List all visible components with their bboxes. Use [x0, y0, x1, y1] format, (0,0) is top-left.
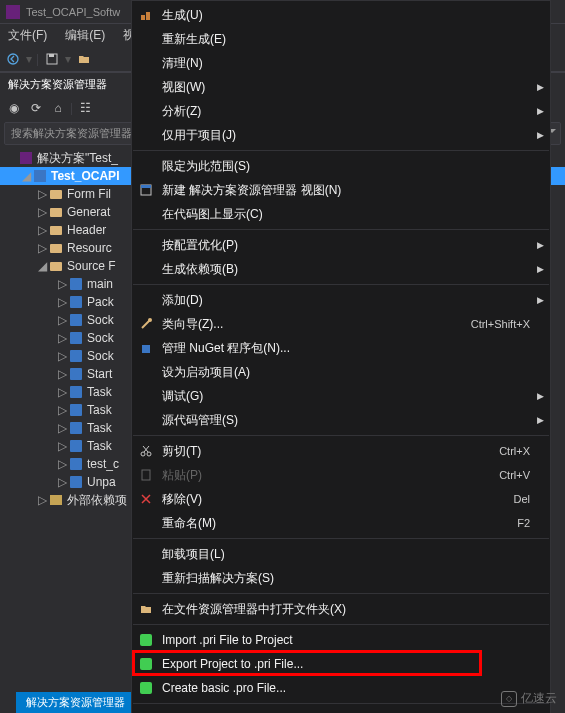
menu-item[interactable]: 生成(U) — [132, 3, 550, 27]
tree-label: Resourc — [67, 241, 112, 255]
expand-icon[interactable]: ▷ — [36, 493, 48, 507]
cpp-icon — [68, 295, 84, 309]
menu-item[interactable]: 类向导(Z)...Ctrl+Shift+X — [132, 312, 550, 336]
menu-item[interactable]: 分析(Z)▶ — [132, 99, 550, 123]
expand-icon[interactable]: ◢ — [20, 169, 32, 183]
window-title: Test_OCAPI_Softw — [26, 6, 120, 18]
svg-point-10 — [147, 452, 151, 456]
tree-label: Test_OCAPI — [51, 169, 119, 183]
menu-item[interactable]: 在代码图上显示(C) — [132, 202, 550, 226]
menu-item[interactable]: 生成依赖项(B)▶ — [132, 257, 550, 281]
menu-label: 剪切(T) — [162, 443, 499, 460]
context-menu: 生成(U)重新生成(E)清理(N)视图(W)▶分析(Z)▶仅用于项目(J)▶限定… — [131, 0, 551, 713]
remove-icon — [134, 489, 158, 509]
refresh-icon[interactable]: ⟳ — [26, 98, 46, 118]
blank-icon — [134, 156, 158, 176]
menu-item[interactable]: 设为启动项目(A) — [132, 360, 550, 384]
menu-item[interactable]: 添加(D)▶ — [132, 288, 550, 312]
expand-icon[interactable]: ▷ — [56, 367, 68, 381]
qt-icon — [134, 630, 158, 650]
submenu-arrow-icon: ▶ — [537, 106, 544, 116]
menu-item[interactable]: Create basic .pro File... — [132, 676, 550, 700]
footer-tab[interactable]: 解决方案资源管理器 — [16, 692, 135, 713]
menu-item[interactable]: 在文件资源管理器中打开文件夹(X) — [132, 597, 550, 621]
menu-edit[interactable]: 编辑(E) — [61, 25, 109, 46]
tree-label: Source F — [67, 259, 116, 273]
expand-icon[interactable]: ▷ — [56, 421, 68, 435]
expand-icon[interactable]: ▷ — [56, 475, 68, 489]
reference-icon — [48, 493, 64, 507]
expand-icon[interactable]: ▷ — [56, 385, 68, 399]
menu-file[interactable]: 文件(F) — [4, 25, 51, 46]
tree-label: Form Fil — [67, 187, 111, 201]
cpp-icon — [68, 457, 84, 471]
menu-item[interactable]: 重新生成(E) — [132, 27, 550, 51]
menu-separator — [133, 435, 549, 436]
menu-item[interactable]: 源代码管理(S)▶ — [132, 408, 550, 432]
expand-icon[interactable]: ▷ — [56, 277, 68, 291]
expand-icon[interactable]: ▷ — [36, 241, 48, 255]
svg-rect-4 — [146, 12, 150, 20]
home2-icon[interactable]: ⌂ — [48, 98, 68, 118]
menu-item[interactable]: 清理(N) — [132, 51, 550, 75]
folder-icon — [134, 599, 158, 619]
menu-item[interactable]: 新建 解决方案资源管理器 视图(N) — [132, 178, 550, 202]
menu-item[interactable]: 仅用于项目(J)▶ — [132, 123, 550, 147]
expand-icon[interactable]: ▷ — [56, 349, 68, 363]
menu-item[interactable]: 移除(V)Del — [132, 487, 550, 511]
menu-item[interactable]: 剪切(T)Ctrl+X — [132, 439, 550, 463]
menu-item[interactable]: Export Project to .pri File... — [132, 652, 550, 676]
menu-item[interactable]: 限定为此范围(S) — [132, 154, 550, 178]
expand-icon[interactable]: ▷ — [36, 205, 48, 219]
paste-icon — [134, 465, 158, 485]
expand-icon[interactable]: ▷ — [56, 295, 68, 309]
tree-label: test_c — [87, 457, 119, 471]
folder-icon — [48, 205, 64, 219]
menu-item[interactable]: 调试(G)▶ — [132, 384, 550, 408]
menu-item[interactable]: 管理 NuGet 程序包(N)... — [132, 336, 550, 360]
menu-item[interactable]: 按配置优化(P)▶ — [132, 233, 550, 257]
menu-label: 仅用于项目(J) — [162, 127, 542, 144]
menu-separator — [133, 229, 549, 230]
expand-icon[interactable]: ▷ — [56, 457, 68, 471]
menu-item[interactable]: Import .pri File to Project — [132, 628, 550, 652]
blank-icon — [134, 544, 158, 564]
collapse-icon[interactable]: ☷ — [75, 98, 95, 118]
menu-item[interactable]: Create new Translation File — [132, 707, 550, 713]
expand-icon[interactable]: ▷ — [56, 403, 68, 417]
save-icon[interactable] — [43, 50, 61, 68]
menu-label: 添加(D) — [162, 292, 542, 309]
expand-icon[interactable]: ▷ — [36, 187, 48, 201]
tree-label: 解决方案"Test_ — [37, 150, 118, 167]
tree-label: Start — [87, 367, 112, 381]
expand-icon[interactable]: ▷ — [56, 313, 68, 327]
expand-icon[interactable]: ◢ — [36, 259, 48, 273]
folder-icon — [48, 259, 64, 273]
new-view-icon — [134, 180, 158, 200]
expand-icon[interactable]: ▷ — [56, 439, 68, 453]
cpp-icon — [68, 439, 84, 453]
tree-label: Header — [67, 223, 106, 237]
menu-item[interactable]: 卸载项目(L) — [132, 542, 550, 566]
blank-icon — [134, 362, 158, 382]
blank-icon — [134, 101, 158, 121]
menu-separator — [133, 624, 549, 625]
menu-label: 重新扫描解决方案(S) — [162, 570, 542, 587]
tree-label: Task — [87, 421, 112, 435]
expand-icon[interactable]: ▷ — [56, 331, 68, 345]
menu-label: 按配置优化(P) — [162, 237, 542, 254]
cpp-icon — [68, 385, 84, 399]
menu-item[interactable]: 重命名(M)F2 — [132, 511, 550, 535]
menu-item[interactable]: 视图(W)▶ — [132, 75, 550, 99]
expand-icon[interactable]: ▷ — [36, 223, 48, 237]
back-icon[interactable] — [4, 50, 22, 68]
menu-item[interactable]: 重新扫描解决方案(S) — [132, 566, 550, 590]
menu-label: 生成依赖项(B) — [162, 261, 542, 278]
cpp-icon — [68, 313, 84, 327]
qt-icon — [134, 654, 158, 674]
menu-label: 清理(N) — [162, 55, 542, 72]
open-icon[interactable] — [75, 50, 93, 68]
home-icon[interactable]: ◉ — [4, 98, 24, 118]
tree-label: Pack — [87, 295, 114, 309]
submenu-arrow-icon: ▶ — [537, 415, 544, 425]
